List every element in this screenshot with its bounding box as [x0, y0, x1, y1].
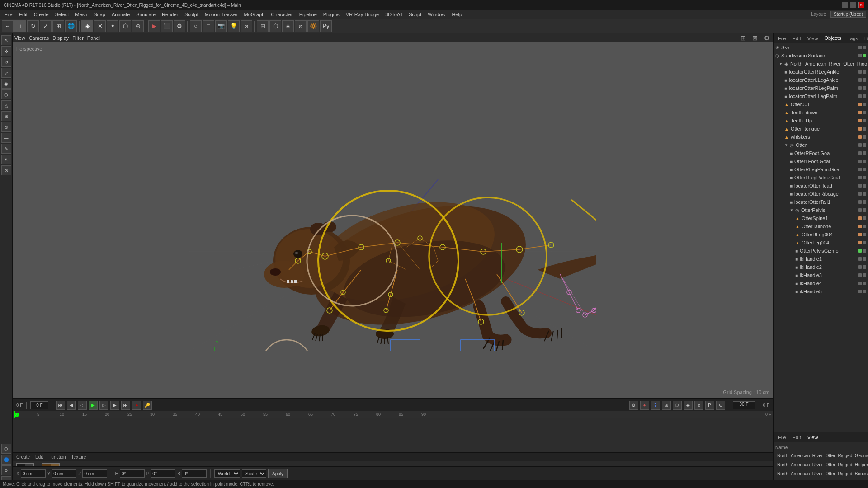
lt-select[interactable]: ↖: [1, 35, 11, 45]
poly-mode-btn[interactable]: ⬡: [119, 20, 131, 32]
rmp-tab-view[interactable]: View: [805, 434, 821, 441]
rmp-item-geometry[interactable]: North_American_River_Otter_Rigged_Geomet…: [775, 451, 866, 460]
menu-window[interactable]: Window: [425, 11, 448, 18]
scene-item-otter-rigged[interactable]: ▼ ◉ North_American_River_Otter_Rigged: [774, 60, 868, 68]
close-button[interactable]: ✕: [858, 2, 864, 8]
menu-vrbridge[interactable]: VR-Ray Bridge: [343, 11, 382, 18]
maximize-button[interactable]: □: [850, 2, 856, 8]
scene-item-locator-ll-ankle[interactable]: ■ locatorOtterLLegAnkle: [774, 76, 868, 84]
scene-item-ikhandle3[interactable]: ■ ikHandle3: [774, 271, 868, 279]
timeline-tracks[interactable]: [13, 418, 773, 452]
timeline-settings-btn[interactable]: ⚙: [629, 401, 638, 410]
scene-item-ikhandle2[interactable]: ■ ikHandle2: [774, 263, 868, 271]
vp-filter-menu[interactable]: Filter: [72, 35, 83, 41]
lt-bottom3[interactable]: ⚙: [1, 465, 11, 475]
menu-mograph[interactable]: MoGraph: [241, 11, 267, 18]
go-start-btn[interactable]: ⏮: [56, 401, 65, 410]
end-frame-field[interactable]: 90 F: [733, 401, 755, 409]
menu-file[interactable]: File: [2, 11, 15, 18]
mat-create-btn[interactable]: Create: [14, 454, 32, 460]
menu-mesh[interactable]: Mesh: [72, 11, 90, 18]
scene-item-otter-lfoot[interactable]: ■ OtterLFoot.Goal: [774, 157, 868, 165]
viewport[interactable]: Perspective: [13, 42, 773, 398]
uv-mode-btn[interactable]: ⊕: [132, 20, 144, 32]
timeline-rig-btn[interactable]: ⬡: [673, 401, 682, 410]
go-end-btn[interactable]: ⏭: [121, 401, 130, 410]
timeline-info-btn[interactable]: ?: [651, 401, 660, 410]
scene-item-otter-pelvis-gizmo[interactable]: ■ OtterPelvisGizmo: [774, 247, 868, 255]
rp-tab-bookmarks[interactable]: Bookmarks: [862, 35, 868, 42]
render-btn[interactable]: ▶: [148, 20, 160, 32]
menu-motion-tracker[interactable]: Motion Tracker: [202, 11, 241, 18]
menu-select[interactable]: Select: [52, 11, 72, 18]
timeline-anim-btn[interactable]: ⊙: [716, 401, 725, 410]
rp-tab-file[interactable]: File: [775, 35, 789, 42]
scene-item-otter-rlegpalm[interactable]: ■ OtterRLegPalm.Goal: [774, 165, 868, 174]
menu-create[interactable]: Create: [31, 11, 52, 18]
menu-sculpt[interactable]: Sculpt: [182, 11, 201, 18]
minimize-button[interactable]: –: [842, 2, 848, 8]
menu-pipeline[interactable]: Pipeline: [297, 11, 320, 18]
lt-scale[interactable]: ⤢: [1, 68, 11, 78]
tool10-btn[interactable]: Py: [320, 20, 332, 32]
scene-item-teeth-up[interactable]: ▲ Teeth_Up: [774, 117, 868, 125]
b-field[interactable]: [182, 469, 207, 478]
menu-render[interactable]: Render: [159, 11, 181, 18]
scene-item-otter-leg004[interactable]: ▲ OtterLeg004: [774, 239, 868, 247]
next-key-btn[interactable]: ▷: [99, 401, 108, 410]
scale-tool-btn[interactable]: ⤢: [40, 20, 52, 32]
rmp-tab-file[interactable]: File: [775, 434, 789, 441]
move-tool-btn[interactable]: ↔: [2, 20, 14, 32]
scene-item-whiskers[interactable]: ▲ whiskers: [774, 133, 868, 141]
lt-bottom2[interactable]: 🔵: [1, 455, 11, 465]
apply-button[interactable]: Apply: [268, 469, 288, 478]
record-btn[interactable]: ●: [132, 401, 141, 410]
vp-view-menu[interactable]: View: [14, 35, 25, 41]
lt-s12[interactable]: $: [1, 155, 11, 164]
menu-snap[interactable]: Snap: [91, 11, 108, 18]
add-light-btn[interactable]: 💡: [228, 20, 240, 32]
scene-item-otter-pelvis[interactable]: ▼ ◎ OtterPelvis: [774, 206, 868, 214]
menu-3dtoall[interactable]: 3DToAll: [382, 11, 405, 18]
scene-item-otter-tailbone[interactable]: ▲ OtterTailbone: [774, 222, 868, 230]
scene-item-otter001[interactable]: ▲ Otter001: [774, 100, 868, 108]
rp-tab-view[interactable]: View: [805, 35, 821, 42]
menu-animate[interactable]: Animate: [109, 11, 132, 18]
scene-item-locator-rl-palm[interactable]: ■ locatorOtterRLegPalm: [774, 84, 868, 92]
menu-edit[interactable]: Edit: [16, 11, 30, 18]
scene-item-otter-rleg004[interactable]: ▲ OtterRLeg004: [774, 230, 868, 239]
prev-frame-btn[interactable]: ◀: [67, 401, 76, 410]
vp-display-menu[interactable]: Display: [52, 35, 69, 41]
menu-character[interactable]: Character: [268, 11, 295, 18]
scene-item-sky[interactable]: ☀ Sky: [774, 43, 868, 52]
lt-s5[interactable]: ◉: [1, 79, 11, 89]
tool8-btn[interactable]: ⌀: [295, 20, 307, 32]
lt-rotate[interactable]: ↺: [1, 57, 11, 67]
next-frame-btn[interactable]: ▶: [110, 401, 119, 410]
timeline-key-btn[interactable]: P: [705, 401, 714, 410]
lt-s11[interactable]: ✎: [1, 144, 11, 154]
scene-item-locator-tail1[interactable]: ■ locatorOtterTail1: [774, 198, 868, 206]
object-mode-btn[interactable]: ◈: [81, 20, 93, 32]
lt-s8[interactable]: ⊞: [1, 111, 11, 121]
p-field[interactable]: [151, 469, 175, 478]
mat-function-btn[interactable]: Function: [47, 454, 67, 460]
timeline-ik-btn[interactable]: ⊞: [662, 401, 671, 410]
menu-plugins[interactable]: Plugins: [321, 11, 342, 18]
auto-key-btn[interactable]: 🔑: [143, 401, 152, 410]
current-frame-field[interactable]: [30, 401, 48, 409]
add-null-btn[interactable]: ○: [190, 20, 202, 32]
lt-s7[interactable]: △: [1, 100, 11, 110]
scene-item-otter-spine1[interactable]: ▲ OtterSpine1: [774, 214, 868, 222]
scene-item-locator-ll-palm[interactable]: ■ locatorOtterLLegPalm: [774, 92, 868, 100]
layout-value[interactable]: Startup (Used): [830, 11, 866, 18]
z-field[interactable]: [82, 469, 107, 478]
rp-tab-edit[interactable]: Edit: [790, 35, 804, 42]
scene-item-otter-tongue[interactable]: ▲ Otter_tongue: [774, 125, 868, 133]
vp-panel-menu[interactable]: Panel: [87, 35, 100, 41]
tool5-btn[interactable]: ⊞: [257, 20, 269, 32]
point-mode-btn[interactable]: ✕: [94, 20, 106, 32]
rmp-item-helpers[interactable]: North_American_River_Otter_Rigged_Helper…: [775, 460, 866, 469]
timeline-snap-btn[interactable]: ◈: [684, 401, 693, 410]
tool6-btn[interactable]: ⬡: [269, 20, 281, 32]
